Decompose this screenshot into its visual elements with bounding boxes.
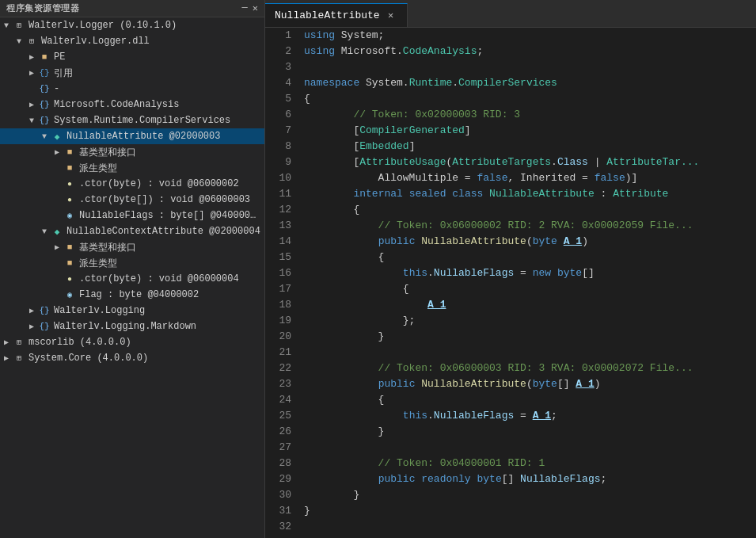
code-line: 23 public NullableAttribute(byte[] A_1): [265, 376, 756, 392]
sidebar-close-button[interactable]: ✕: [253, 2, 258, 14]
line-number: 32: [265, 519, 301, 535]
code-line: 9 [AttributeUsage(AttributeTargets.Class…: [265, 155, 756, 170]
field-icon: ◉: [63, 288, 76, 301]
code-line: 20 }: [265, 329, 756, 345]
code-line: 15 {: [265, 250, 756, 265]
tree-item-nullable-ctx-attr[interactable]: ▼◆NullableContextAttribute @02000004: [0, 223, 264, 239]
code-line: 22 // Token: 0x06000003 RID: 3 RVA: 0x00…: [265, 361, 756, 376]
code-token: public: [378, 235, 416, 247]
tree-arrow: ▶: [25, 322, 38, 331]
line-number: 27: [265, 440, 301, 456]
namespace-icon: {}: [38, 98, 51, 111]
tree-item-ctor-byte2[interactable]: ●.ctor(byte) : void @06000004: [0, 271, 264, 287]
tab-nullable-attribute[interactable]: NullableAttribute ✕: [265, 3, 408, 27]
code-token: this: [403, 267, 427, 279]
line-code: [301, 59, 756, 75]
line-code: }: [301, 503, 756, 519]
tree-item-derived2[interactable]: ■派生类型: [0, 255, 264, 271]
code-token: // Token: 0x06000003 RID: 3 RVA: 0x00002…: [304, 362, 693, 374]
tree-item-mscorlib[interactable]: ▶⊞mscorlib (4.0.0.0): [0, 334, 264, 350]
tree-item-derived[interactable]: ■派生类型: [0, 160, 264, 176]
tree-item-basetype-interface2[interactable]: ▶■基类型和接口: [0, 239, 264, 255]
code-line: 27: [265, 440, 756, 456]
tree-arrow: ▶: [25, 68, 38, 78]
tree-item-label: Walterlv.Logging.Markdown: [54, 321, 196, 332]
line-code: {: [301, 91, 756, 107]
tree-item-walterlv-logger-dll[interactable]: ▼⊞Walterlv.Logger.dll: [0, 33, 264, 49]
line-number: 12: [265, 202, 301, 218]
tree-item-ref[interactable]: ▶{}引用: [0, 65, 264, 81]
tree-item-system-runtime-compilerservices[interactable]: ▼{}System.Runtime.CompilerServices: [0, 113, 264, 128]
code-line: 19 };: [265, 313, 756, 329]
code-token: this: [403, 410, 427, 422]
code-token: sealed: [409, 188, 446, 200]
line-number: 23: [265, 376, 301, 392]
folder-icon: ■: [63, 241, 76, 254]
tree-item-label: Microsoft.CodeAnalysis: [54, 99, 179, 110]
code-token: AttributeTar...: [606, 156, 699, 168]
code-token: byte: [557, 267, 582, 279]
assembly-icon: ⊞: [13, 352, 25, 364]
tree-item-nullable-attr[interactable]: ▼◆NullableAttribute @02000003: [0, 128, 264, 144]
code-line: 25 this.NullableFlags = A_1;: [265, 408, 756, 424]
tab-close-button[interactable]: ✕: [385, 10, 397, 22]
line-number: 20: [265, 329, 301, 345]
tree-item-system-core[interactable]: ▶⊞System.Core (4.0.0.0): [0, 350, 264, 366]
sidebar: 程序集资源管理器 ─ ✕ ▼⊞Walterlv.Logger (0.10.1.0…: [0, 0, 265, 538]
tree-item-ctor-byte[interactable]: ●.ctor(byte) : void @06000002: [0, 176, 264, 192]
tree-item-pe[interactable]: ▶■PE: [0, 49, 264, 65]
code-line: 5{: [265, 91, 756, 107]
tree-arrow: ▼: [38, 227, 51, 236]
tree-arrow: ▶: [51, 242, 63, 252]
line-number: 29: [265, 471, 301, 487]
code-token: NullableFlags: [520, 473, 600, 485]
assembly-icon: ⊞: [13, 19, 25, 32]
code-token: Attribute: [613, 188, 668, 200]
method-icon: ●: [63, 273, 76, 285]
tree-view: ▼⊞Walterlv.Logger (0.10.1.0)▼⊞Walterlv.L…: [0, 17, 264, 366]
sidebar-pin-button[interactable]: ─: [242, 2, 248, 14]
tree-item-walterlv-logger[interactable]: ▼⊞Walterlv.Logger (0.10.1.0): [0, 17, 264, 33]
line-code: namespace System.Runtime.CompilerService…: [301, 75, 756, 91]
tree-arrow: ▼: [13, 37, 25, 46]
line-code: [301, 519, 756, 535]
line-number: 14: [265, 234, 301, 250]
line-code: [AttributeUsage(AttributeTargets.Class |…: [301, 155, 756, 170]
code-token: CodeAnalysis: [403, 45, 477, 57]
tab-bar: NullableAttribute ✕: [265, 0, 756, 28]
line-number: 10: [265, 170, 301, 186]
code-token: Class: [557, 156, 588, 168]
line-code: // Token: 0x06000002 RID: 2 RVA: 0x00002…: [301, 218, 756, 234]
assembly-icon: ⊞: [25, 35, 38, 48]
code-token: class: [452, 188, 483, 200]
line-code: using Microsoft.CodeAnalysis;: [301, 44, 756, 59]
code-token: new: [533, 267, 551, 279]
tree-item-label: 引用: [54, 67, 73, 80]
line-code: [Embedded]: [301, 139, 756, 155]
code-line: 1using System;: [265, 28, 756, 44]
tree-item-microsoft-codeanalysis[interactable]: ▶{}Microsoft.CodeAnalysis: [0, 97, 264, 113]
code-token: public: [378, 378, 416, 390]
tree-item-flag-byte[interactable]: ◉Flag : byte @04000002: [0, 287, 264, 303]
namespace-icon: {}: [38, 114, 51, 127]
line-number: 6: [265, 107, 301, 123]
code-token: false: [477, 172, 507, 184]
sidebar-title-text: 程序集资源管理器: [6, 2, 79, 14]
line-number: 15: [265, 250, 301, 265]
code-token: // Token: 0x04000001 RID: 1: [304, 457, 545, 469]
assembly-icon: ⊞: [13, 336, 25, 349]
code-token: // Token: 0x02000003 RID: 3: [304, 109, 520, 120]
tree-item-basetype-interface[interactable]: ▶■基类型和接口: [0, 144, 264, 160]
tree-item-walterlv-logging[interactable]: ▶{}Walterlv.Logging: [0, 303, 264, 319]
tree-item-label: Walterlv.Logging: [54, 305, 145, 316]
line-code: {: [301, 281, 756, 297]
field-icon: ◉: [63, 209, 76, 222]
line-number: 25: [265, 408, 301, 424]
tree-item-ctor-byte-arr[interactable]: ●.ctor(byte[]) : void @06000003: [0, 192, 264, 208]
code-token: byte: [533, 235, 557, 247]
tree-item-empty1[interactable]: {}-: [0, 81, 264, 97]
line-number: 17: [265, 281, 301, 297]
code-token: A_1: [564, 235, 582, 247]
tree-item-nullable-flags[interactable]: ◉NullableFlags : byte[] @04000001: [0, 208, 264, 223]
tree-item-walterlv-logging-markdown[interactable]: ▶{}Walterlv.Logging.Markdown: [0, 319, 264, 334]
